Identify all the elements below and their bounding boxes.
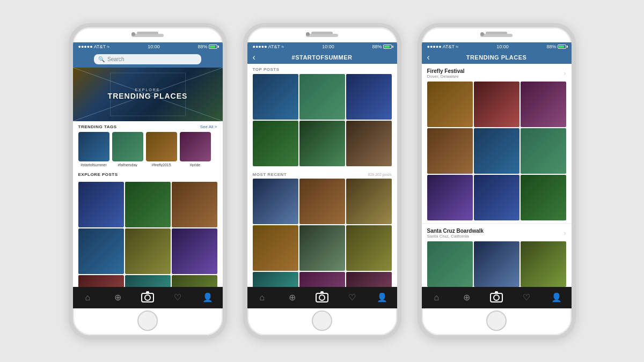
tab-profile-1[interactable]: 👤: [200, 291, 216, 304]
recent-item[interactable]: [299, 179, 345, 224]
carrier-2: ●●●●● AT&T ≈: [253, 44, 284, 49]
tab-search-3[interactable]: ⊕: [458, 291, 474, 304]
profile-icon-3: 👤: [551, 292, 562, 302]
recent-item[interactable]: [253, 272, 298, 287]
tab-camera-1[interactable]: [140, 291, 156, 304]
home-button-3[interactable]: [486, 311, 507, 331]
status-bar-3: ●●●●● AT&T ≈ 10:00 88%: [422, 42, 572, 51]
firefly-photo[interactable]: [427, 128, 473, 174]
explore-posts-header: EXPLORE POSTS: [78, 172, 217, 177]
tab-home-1[interactable]: ⌂: [79, 291, 96, 304]
top-post[interactable]: [299, 121, 345, 166]
photo-item[interactable]: [78, 182, 124, 227]
recent-item[interactable]: [346, 179, 392, 224]
carrier-wifi: ●●●●● AT&T ≈: [78, 44, 110, 49]
firefly-photo[interactable]: [427, 82, 473, 127]
search-tab-icon-3: ⊕: [463, 292, 470, 302]
recent-item[interactable]: [299, 272, 345, 287]
top-posts-section: TOP POSTS: [247, 64, 397, 170]
santacruz-photo[interactable]: [427, 241, 473, 287]
santacruz-photo[interactable]: [521, 241, 566, 287]
tab-camera-3[interactable]: [488, 291, 504, 304]
firefly-photo[interactable]: [521, 128, 566, 174]
tag-thumb-4: [180, 132, 211, 161]
explore-posts-grid: [73, 182, 223, 287]
search-icon: 🔍: [98, 56, 105, 62]
tab-home-2[interactable]: ⌂: [254, 291, 270, 304]
top-post[interactable]: [253, 74, 298, 120]
camera-top-3: [495, 291, 498, 293]
firefly-photo[interactable]: [521, 175, 566, 220]
firefly-photo[interactable]: [474, 128, 519, 174]
tab-bar-1: ⌂ ⊕ ♡ 👤: [73, 287, 223, 308]
nav-title-3: TRENDING PLACES: [466, 54, 527, 61]
status-bar-2: ●●●●● AT&T ≈ 10:00 88%: [247, 42, 397, 51]
tab-profile-2[interactable]: 👤: [374, 291, 390, 304]
place-header-santacruz: Santa Cruz Boardwalk Santa Cruz, Califor…: [427, 228, 566, 239]
back-button-3[interactable]: ‹: [427, 53, 430, 62]
camera-icon-2: [316, 293, 328, 302]
santacruz-photo[interactable]: [474, 241, 519, 287]
trending-tags-section: TRENDING TAGS See All > #startofsummer #…: [73, 121, 223, 169]
place-info-santacruz: Santa Cruz Boardwalk Santa Cruz, Califor…: [427, 228, 484, 239]
tab-heart-1[interactable]: ♡: [170, 291, 186, 304]
profile-icon-2: 👤: [377, 292, 387, 302]
recent-item[interactable]: [299, 225, 345, 271]
phone-camera: [131, 32, 135, 36]
recent-item[interactable]: [346, 272, 392, 287]
photo-item[interactable]: [78, 228, 124, 274]
nav-bar-2: ‹ #STARTOFSUMMER: [247, 51, 397, 64]
home-icon-2: ⌂: [260, 293, 265, 302]
place-name-santacruz: Santa Cruz Boardwalk: [427, 228, 484, 234]
chevron-right-icon-2: ›: [564, 230, 566, 237]
tab-home-3[interactable]: ⌂: [428, 291, 444, 304]
photo-item[interactable]: [78, 275, 124, 287]
tag-thumb-2: [112, 132, 143, 161]
camera-top-2: [320, 291, 324, 293]
carrier-label: ●●●●● AT&T ≈: [78, 44, 110, 49]
firefly-photo[interactable]: [521, 82, 566, 127]
battery-1: 88%: [197, 44, 217, 49]
photo-item[interactable]: [172, 275, 217, 287]
tag-item[interactable]: #fathersday: [112, 132, 143, 167]
tab-search-1[interactable]: ⊕: [109, 291, 126, 304]
tab-heart-3[interactable]: ♡: [518, 291, 535, 304]
tags-row: #startofsummer #fathersday #firefly2015 …: [78, 132, 217, 167]
tab-profile-3[interactable]: 👤: [548, 291, 565, 304]
firefly-photo[interactable]: [474, 175, 519, 220]
tag-item[interactable]: #startofsummer: [78, 132, 109, 167]
recent-item[interactable]: [346, 225, 392, 271]
tab-heart-2[interactable]: ♡: [344, 291, 360, 304]
home-button-1[interactable]: [137, 311, 158, 331]
tag-item[interactable]: #firefly2015: [146, 132, 177, 167]
tag-thumb-1: [78, 132, 109, 161]
scroll-area-1: EXPLORE TRENDING PLACES TRENDING TAGS Se…: [73, 68, 223, 287]
search-tab-icon-2: ⊕: [289, 292, 296, 302]
top-post[interactable]: [346, 74, 392, 120]
firefly-photo[interactable]: [474, 82, 519, 127]
tab-search-2[interactable]: ⊕: [284, 291, 300, 304]
back-button-2[interactable]: ‹: [253, 53, 255, 62]
photo-item[interactable]: [125, 275, 171, 287]
home-button-2[interactable]: [312, 311, 332, 331]
recent-item[interactable]: [253, 179, 298, 224]
photo-item[interactable]: [172, 182, 217, 227]
top-post[interactable]: [299, 74, 345, 120]
most-recent-count: 829,202 posts: [368, 173, 392, 176]
top-post[interactable]: [346, 121, 392, 166]
search-bar[interactable]: 🔍 Search: [94, 54, 201, 64]
tab-camera-2[interactable]: [314, 291, 330, 304]
trending-tags-title: TRENDING TAGS: [78, 124, 117, 129]
firefly-photo[interactable]: [427, 175, 473, 220]
top-post[interactable]: [253, 121, 298, 166]
recent-item[interactable]: [253, 225, 298, 271]
see-all-link[interactable]: See All >: [200, 124, 217, 129]
tag-item[interactable]: #pride: [180, 132, 211, 167]
photo-item[interactable]: [125, 228, 171, 274]
place-item-firefly: Firefly Festival Dover, Delaware ›: [422, 64, 572, 224]
tab-bar-2: ⌂ ⊕ ♡ 👤: [247, 287, 397, 308]
photo-item[interactable]: [125, 182, 171, 227]
tag-thumb-3: [146, 132, 177, 161]
home-icon: ⌂: [85, 293, 91, 302]
photo-item[interactable]: [172, 228, 217, 274]
